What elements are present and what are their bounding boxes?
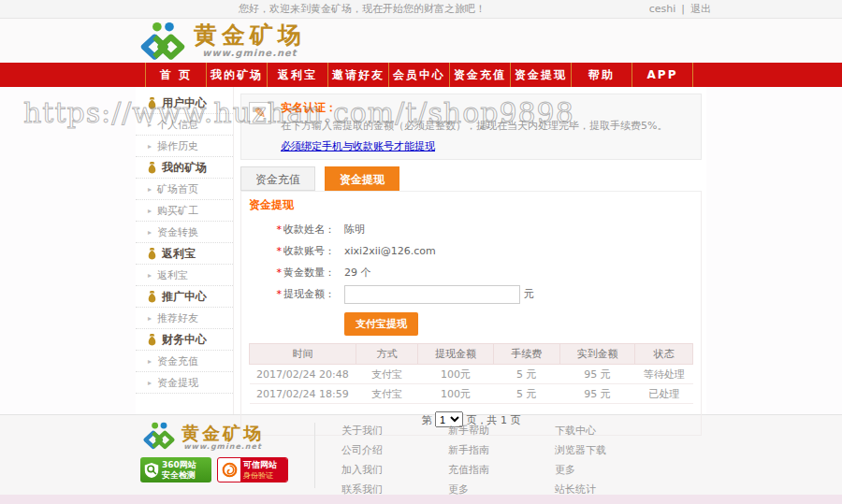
cell-received: 95 元 <box>559 384 635 404</box>
cell-received: 95 元 <box>559 365 635 384</box>
nav-withdraw[interactable]: 资金提现 <box>511 63 572 87</box>
badge-360-line1: 360网站 <box>162 460 196 470</box>
arrow-icon: ▸ <box>148 271 152 280</box>
footer-link-newbie-guide[interactable]: 新手指南 <box>448 443 519 457</box>
arrow-icon: ▸ <box>148 357 152 366</box>
main-nav: 首 页 我的矿场 返利宝 邀请好友 会员中心 资金充值 资金提现 帮助 APP <box>0 63 842 87</box>
footer-link-download-center[interactable]: 下载中心 <box>555 424 626 438</box>
footer-link-contact[interactable]: 联系我们 <box>341 482 413 497</box>
notice-link[interactable]: 必须绑定手机与收款账号才能提现 <box>281 139 435 153</box>
nav-invite[interactable]: 邀请好友 <box>328 63 389 87</box>
footer-link-stats[interactable]: 站长统计 <box>555 482 626 497</box>
cell-status: 已处理 <box>635 384 693 404</box>
sidebar-item-recharge[interactable]: ▸ 资金充值 <box>136 351 233 372</box>
form-row-payee-account: *收款账号： xixi2xii@126.com <box>249 240 693 262</box>
nav-my-mine[interactable]: 我的矿场 <box>207 63 268 87</box>
arrow-icon: ▸ <box>148 185 152 194</box>
money-bag-icon <box>147 162 157 174</box>
footer-link-company[interactable]: 公司介绍 <box>341 443 413 457</box>
footer-link-browser-download[interactable]: 浏览器下载 <box>555 443 626 457</box>
sidebar-section-my-mine: 我的矿场 <box>136 157 233 179</box>
footer-link-more-1[interactable]: 更多 <box>448 482 519 497</box>
sidebar-item-history[interactable]: ▸ 操作历史 <box>136 136 233 157</box>
footer-link-join[interactable]: 加入我们 <box>341 463 413 477</box>
footer-link-about[interactable]: 关于我们 <box>341 424 413 438</box>
sidebar-item-mine-home[interactable]: ▸ 矿场首页 <box>136 179 233 200</box>
sidebar-section-user-center: 用户中心 <box>136 93 233 114</box>
form-row-payee-name: *收款姓名： 陈明 <box>249 219 693 240</box>
sidebar-item-buy-miner[interactable]: ▸ 购买矿工 <box>136 200 233 222</box>
footer-link-more-2[interactable]: 更多 <box>555 463 626 477</box>
sidebar-item-rebate[interactable]: ▸ 返利宝 <box>136 265 233 286</box>
arrow-icon: ▸ <box>148 121 152 129</box>
site-logo[interactable]: 黄金矿场 www.gmine.net <box>136 22 306 61</box>
sidebar-item-invite[interactable]: ▸ 推荐好友 <box>136 308 233 329</box>
gold-amount-value: 29 个 <box>344 266 371 280</box>
gold-amount-label: 黄金数量： <box>283 266 335 279</box>
bottom-strip <box>0 495 842 503</box>
table-row: 2017/02/24 20:48 支付宝 100元 5 元 95 元 等待处理 <box>250 365 693 384</box>
sidebar: 用户中心 ▸ 个人信息 ▸ 操作历史 我的矿场 ▸ 矿场首页 ▸ 购买矿工 <box>136 87 234 414</box>
shield-magnifier-icon <box>144 462 159 479</box>
sidebar-item-profile[interactable]: ▸ 个人信息 <box>136 114 233 136</box>
footer-logo[interactable]: 黄金矿场 www.gmine.net <box>140 422 288 451</box>
cell-amount: 100元 <box>418 384 494 404</box>
footer-divider <box>314 423 315 488</box>
cell-method: 支付宝 <box>356 365 417 384</box>
cell-amount: 100元 <box>418 365 494 384</box>
arrow-icon: ▸ <box>148 142 152 151</box>
money-bag-icon <box>147 248 157 260</box>
required-asterisk: * <box>277 288 283 300</box>
tab-bar: 资金充值 资金提现 <box>240 166 702 191</box>
notice-line: 在下方输入需提取的金额（必须是整数），提现在当天内处理完毕，提取手续费5%。 <box>281 119 667 133</box>
logo-icon <box>136 22 190 61</box>
nav-recharge[interactable]: 资金充值 <box>450 63 511 87</box>
money-bag-icon <box>147 334 157 346</box>
nav-home[interactable]: 首 页 <box>145 63 207 87</box>
badge-360-security[interactable]: 360网站 安全检测 <box>140 457 211 482</box>
arrow-icon: ▸ <box>148 207 152 215</box>
col-received: 实到金额 <box>559 344 635 365</box>
badge-trusted-site[interactable]: 可信网站 身份验证 <box>217 457 288 482</box>
arrow-icon: ▸ <box>148 228 152 237</box>
payee-account-label: 收款账号： <box>283 245 335 257</box>
payee-name-value: 陈明 <box>344 223 365 237</box>
col-fee: 手续费 <box>493 344 559 365</box>
section-title: 资金提现 <box>249 197 693 213</box>
badge-360-line2: 安全检测 <box>162 470 196 481</box>
sidebar-section-promotion: 推广中心 <box>136 286 233 308</box>
cell-fee: 5 元 <box>493 365 559 384</box>
withdraw-amount-input[interactable] <box>344 285 520 304</box>
footer-link-newbie-help[interactable]: 新手帮助 <box>448 424 519 438</box>
nav-app[interactable]: APP <box>632 63 693 87</box>
sidebar-section-finance: 财务中心 <box>136 329 233 351</box>
col-method: 方式 <box>356 344 417 365</box>
required-asterisk: * <box>277 223 283 236</box>
currency-unit: 元 <box>524 287 534 301</box>
sidebar-item-withdraw[interactable]: ▸ 资金提现 <box>136 372 233 394</box>
table-header-row: 时间 方式 提现金额 手续费 实到金额 状态 <box>250 344 693 365</box>
withdraw-section: 资金提现 *收款姓名： 陈明 *收款账号： xixi2xii@126.com *… <box>240 191 702 436</box>
cell-status: 等待处理 <box>635 365 693 384</box>
cell-fee: 5 元 <box>493 384 559 404</box>
tab-withdraw[interactable]: 资金提现 <box>325 166 399 191</box>
arrow-icon: ▸ <box>148 379 152 387</box>
nav-rebate[interactable]: 返利宝 <box>268 63 328 87</box>
tab-recharge[interactable]: 资金充值 <box>240 166 315 191</box>
cell-time: 2017/02/24 20:48 <box>250 365 356 384</box>
footer-logo-url: www.gmine.net <box>181 442 264 451</box>
money-bag-icon <box>147 97 157 109</box>
footer-link-recharge-guide[interactable]: 充值指南 <box>448 463 519 477</box>
cell-time: 2017/02/24 18:59 <box>250 384 356 404</box>
sidebar-item-fund-convert[interactable]: ▸ 资金转换 <box>136 222 233 243</box>
payee-account-value: xixi2xii@126.com <box>344 245 436 257</box>
withdraw-history-table: 时间 方式 提现金额 手续费 实到金额 状态 2017/02/24 20:48 … <box>249 343 693 404</box>
withdraw-amount-label: 提现金额： <box>283 288 335 300</box>
logout-link[interactable]: 退出 <box>690 2 711 16</box>
nav-member-center[interactable]: 会员中心 <box>389 63 450 87</box>
alipay-withdraw-button[interactable]: 支付宝提现 <box>344 312 418 336</box>
notice-title: 实名认证： <box>281 100 667 116</box>
username-link[interactable]: ceshi <box>649 3 676 15</box>
nav-help[interactable]: 帮助 <box>572 63 632 87</box>
logo-icon <box>140 422 178 450</box>
